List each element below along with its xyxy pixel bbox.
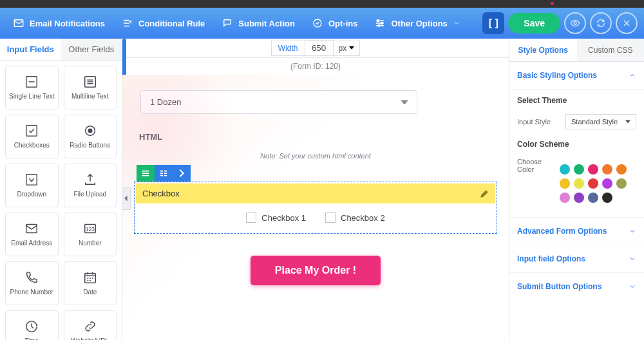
- color-scheme-label: Color Scheme: [517, 140, 636, 149]
- optins-icon: [312, 17, 323, 29]
- caret-down-icon: [401, 99, 408, 106]
- optins-button[interactable]: Opt-ins: [305, 14, 365, 33]
- color-swatch[interactable]: [560, 193, 570, 203]
- field-checkbox[interactable]: Checkboxes: [5, 115, 59, 158]
- field-upload[interactable]: File Upload: [64, 164, 117, 207]
- color-swatch[interactable]: [588, 164, 598, 175]
- layout-full-button[interactable]: [137, 165, 155, 182]
- width-label: Width: [271, 41, 305, 56]
- accordion-input-field[interactable]: Input field Options: [509, 245, 644, 273]
- color-swatch[interactable]: [574, 178, 584, 189]
- conditional-rule-label: Conditional Rule: [138, 19, 205, 28]
- field-date[interactable]: Date: [64, 261, 117, 305]
- time-icon: [24, 319, 39, 334]
- email-notifications-button[interactable]: Email Notifications: [6, 14, 111, 33]
- field-label: Website/URL: [71, 337, 109, 340]
- tab-other-fields[interactable]: Other Fields: [61, 39, 122, 60]
- chevron-down-icon: [629, 227, 636, 235]
- color-swatch[interactable]: [560, 164, 570, 175]
- checkbox-option-2[interactable]: Checkbox 2: [325, 212, 385, 223]
- field-single-line[interactable]: Single Line Text: [5, 66, 59, 109]
- accordion-submit-button[interactable]: Submit Button Options: [509, 273, 644, 300]
- chevron-right-icon: [177, 169, 186, 178]
- dropdown-field[interactable]: 1 Dozen: [140, 90, 417, 114]
- field-time[interactable]: Time: [5, 310, 59, 340]
- svg-text:123: 123: [86, 227, 95, 232]
- color-swatch[interactable]: [588, 178, 598, 189]
- brackets-button[interactable]: [ ]: [482, 12, 504, 34]
- accordion-advanced-form[interactable]: Advanced Form Options: [509, 218, 644, 245]
- checkbox-box[interactable]: [246, 212, 256, 223]
- single-line-icon: [24, 75, 39, 89]
- svg-point-5: [574, 22, 576, 24]
- color-swatch[interactable]: [616, 178, 627, 189]
- color-swatch[interactable]: [574, 193, 584, 203]
- color-swatch[interactable]: [602, 164, 612, 175]
- html-note: Note: Set your custom html content: [134, 152, 497, 160]
- mail-icon: [24, 222, 39, 236]
- conditional-icon: [122, 17, 133, 29]
- canvas-area: Width px (Form ID: 120) 1 Dozen HTML Not…: [122, 39, 509, 340]
- color-swatch[interactable]: [616, 164, 627, 175]
- right-panel: Style Options Custom CSS Basic Styling O…: [509, 39, 644, 340]
- tab-input-fields[interactable]: Input Fields: [0, 39, 61, 60]
- color-swatch[interactable]: [574, 164, 584, 175]
- input-style-value: Standard Style: [571, 118, 618, 126]
- submit-button-options-label: Submit Button Options: [517, 282, 601, 291]
- preview-button[interactable]: [564, 12, 586, 34]
- checkbox-option-1[interactable]: Checkbox 1: [246, 212, 306, 223]
- field-radio[interactable]: Radio Buttons: [64, 115, 117, 158]
- number-icon: 123: [83, 222, 97, 236]
- width-input[interactable]: [305, 40, 334, 56]
- save-button[interactable]: Save: [508, 13, 560, 33]
- columns-icon: [159, 169, 168, 178]
- field-number[interactable]: 123Number: [64, 212, 117, 256]
- chevron-up-icon: [629, 71, 636, 79]
- field-label: Single Line Text: [9, 93, 54, 100]
- field-url[interactable]: Website/URL: [64, 310, 117, 340]
- accordion-basic-styling[interactable]: Basic Styling Options: [509, 62, 644, 90]
- field-label: Checkboxes: [14, 142, 50, 149]
- date-icon: [83, 270, 97, 285]
- tab-custom-css[interactable]: Custom CSS: [577, 39, 645, 61]
- caret-down-icon: [625, 119, 630, 124]
- field-mail[interactable]: Email Address: [5, 212, 59, 256]
- other-options-label: Other Options: [391, 19, 447, 28]
- color-swatch[interactable]: [560, 178, 570, 189]
- field-dropdown[interactable]: Dropdown: [5, 164, 59, 207]
- checkbox-box[interactable]: [325, 212, 336, 223]
- color-swatch[interactable]: [602, 178, 612, 189]
- color-swatch[interactable]: [602, 193, 612, 203]
- layout-columns-button[interactable]: [155, 165, 173, 182]
- optins-label: Opt-ins: [328, 19, 358, 28]
- refresh-button[interactable]: [590, 12, 612, 34]
- field-phone[interactable]: Phone Number: [5, 261, 59, 305]
- collapse-left-handle[interactable]: [122, 187, 131, 210]
- field-multi-line[interactable]: Multiline Text: [64, 66, 117, 109]
- other-options-button[interactable]: Other Options: [368, 14, 466, 33]
- checkbox-icon: [24, 124, 39, 138]
- submit-action-button[interactable]: Submit Action: [215, 14, 301, 33]
- width-unit-select[interactable]: px: [334, 41, 361, 56]
- url-icon: [83, 319, 97, 334]
- width-toolbar: Width px: [122, 39, 509, 58]
- selected-checkbox-block[interactable]: Checkbox Checkbox 1 Checkbox 2: [134, 165, 497, 234]
- close-button[interactable]: [616, 12, 638, 34]
- align-full-icon: [141, 169, 150, 178]
- layout-next-button[interactable]: [173, 165, 191, 182]
- submit-button[interactable]: Place My Order !: [251, 256, 381, 285]
- checkbox-1-label: Checkbox 1: [261, 213, 306, 223]
- field-label: File Upload: [73, 191, 106, 198]
- checkbox-field-title[interactable]: Checkbox: [136, 184, 495, 203]
- svg-rect-12: [26, 225, 37, 233]
- conditional-rule-button[interactable]: Conditional Rule: [115, 14, 211, 33]
- tab-style-options[interactable]: Style Options: [509, 39, 577, 61]
- pencil-icon[interactable]: [480, 189, 489, 198]
- input-style-select[interactable]: Standard Style: [565, 114, 636, 129]
- color-swatch[interactable]: [588, 193, 598, 203]
- chevron-down-icon: [453, 17, 460, 29]
- checkbox-title-text: Checkbox: [142, 189, 180, 198]
- field-label: Dropdown: [17, 191, 46, 198]
- svg-rect-11: [26, 175, 37, 185]
- svg-rect-8: [26, 126, 37, 137]
